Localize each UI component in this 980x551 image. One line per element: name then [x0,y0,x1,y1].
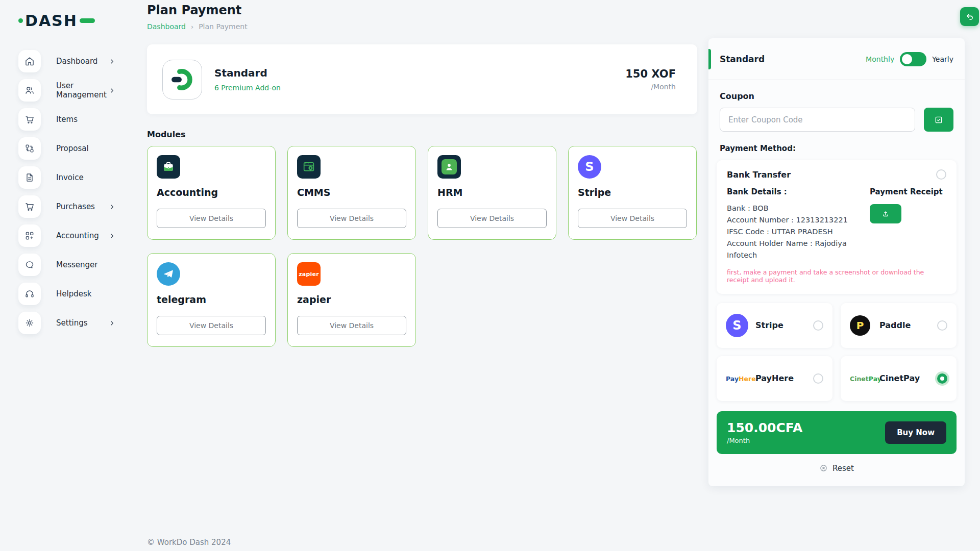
plan-price: 150 XOF [625,68,676,80]
accounting-logo [157,155,180,179]
sidebar-item-invoice[interactable]: Invoice [18,166,134,189]
payment-option-label: Paddle [879,320,911,330]
module-card-stripe: S Stripe View Details [568,146,697,240]
payment-option-label: Stripe [755,320,783,330]
cart-icon [24,114,35,124]
price-period: /Month [727,437,802,444]
coupon-input[interactable] [720,108,915,132]
checkbox-check-icon [934,115,943,124]
payment-option-payhere[interactable]: PayHere PayHere [717,356,832,401]
module-title: Stripe [578,187,687,198]
view-details-button[interactable]: View Details [578,209,687,228]
price-banner: 150.00CFA /Month Buy Now [717,411,957,454]
sidebar: DASH Dashboard User Management Items Pro… [0,0,134,551]
cinetpay-logo: CinetPay [850,373,872,383]
panel-header: Standard Monthly Yearly [708,38,965,80]
sidebar-item-helpdesk[interactable]: Helpdesk [18,283,134,305]
plan-logo-icon [162,60,202,99]
hrm-logo [437,155,461,179]
telegram-logo [157,262,180,286]
billing-toggle-group: Monthly Yearly [866,52,953,66]
module-title: HRM [437,187,547,198]
sidebar-item-user-management[interactable]: User Management [18,79,134,102]
sidebar-item-proposal[interactable]: Proposal [18,137,134,160]
footer-copyright: © WorkDo Dash 2024 [147,538,231,547]
plan-summary-card: Standard 6 Premium Add-on 150 XOF /Month [147,44,697,114]
app-logo: DASH [18,8,134,33]
sidebar-item-messenger[interactable]: Messenger [18,254,134,276]
coupon-section: Coupon [708,80,965,132]
sidebar-item-items[interactable]: Items [18,108,134,131]
coupon-label: Coupon [720,91,953,101]
view-details-button[interactable]: View Details [157,209,266,228]
view-details-button[interactable]: View Details [297,209,406,228]
chevron-right-icon [109,58,115,65]
main-content: Plan Payment Dashboard › Plan Payment St… [147,0,697,347]
sidebar-item-purchases[interactable]: Purchases [18,195,134,218]
grid-plus-icon [24,231,35,241]
headset-icon [24,289,35,299]
sidebar-nav: Dashboard User Management Items Proposal… [18,50,134,334]
payment-options-grid: S Stripe P Paddle PayHere PayHere CinetP… [717,303,957,401]
price-amount: 150.00CFA [727,420,802,435]
chevron-right-icon [109,204,115,210]
view-details-button[interactable]: View Details [157,316,266,335]
payment-option-radio[interactable] [813,373,823,384]
payment-method-label: Payment Method: [708,132,965,153]
payment-receipt-label: Payment Receipt [870,187,946,196]
view-details-button[interactable]: View Details [437,209,547,228]
billing-period-toggle[interactable] [900,52,926,66]
sidebar-item-settings[interactable]: Settings [18,312,134,334]
reset-control[interactable]: Reset [708,464,965,473]
bank-transfer-radio[interactable] [936,169,946,180]
module-card-accounting: Accounting View Details [147,146,276,240]
cmms-logo [297,155,321,179]
plan-name: Standard [214,67,281,79]
payment-option-radio[interactable] [937,320,947,331]
coupon-apply-button[interactable] [924,108,953,132]
payment-option-radio[interactable] [937,373,947,384]
modules-grid: Accounting View Details CMMS View Detail… [147,146,697,347]
sidebar-item-label: Invoice [56,173,84,182]
chat-icon [24,260,35,270]
undo-arrow-icon [965,12,975,22]
cart-icon [24,202,35,212]
gear-icon [24,318,35,328]
payment-option-paddle[interactable]: P Paddle [841,303,957,348]
sidebar-item-label: User Management [56,81,109,99]
reset-label: Reset [832,464,854,473]
bank-details-lines: Bank : BOB Account Number : 12313213221 … [727,203,870,261]
bank-line: Account Number : 12313213221 [727,214,870,226]
upload-receipt-button[interactable] [870,204,901,223]
bank-details-label: Bank Details : [727,187,870,196]
sidebar-item-label: Helpdesk [56,289,91,298]
sidebar-item-label: Messenger [56,260,97,269]
sidebar-item-accounting[interactable]: Accounting [18,224,134,247]
module-card-zapier: zapier zapier View Details [287,253,416,347]
bank-transfer-note: first, make a payment and take a screens… [727,268,946,284]
payment-option-cinetpay[interactable]: CinetPay CinetPay [841,356,957,401]
module-card-hrm: HRM View Details [428,146,556,240]
payment-option-radio[interactable] [813,320,823,331]
module-card-telegram: telegram View Details [147,253,276,347]
payment-option-stripe[interactable]: S Stripe [717,303,832,348]
chevron-right-icon [109,233,115,239]
module-title: Accounting [157,187,266,198]
module-title: CMMS [297,187,406,198]
module-title: zapier [297,294,406,305]
logo-text: DASH [25,12,78,30]
module-title: telegram [157,294,266,305]
module-card-cmms: CMMS View Details [287,146,416,240]
buy-now-button[interactable]: Buy Now [885,421,946,444]
bank-line: Bank : BOB [727,203,870,214]
view-details-button[interactable]: View Details [297,316,406,335]
breadcrumb-dashboard-link[interactable]: Dashboard [147,22,186,31]
logo-dash-bar [80,18,95,23]
circle-x-icon [819,464,828,472]
checkout-panel: Standard Monthly Yearly Coupon Payment M… [708,38,965,486]
sidebar-item-dashboard[interactable]: Dashboard [18,50,134,72]
bank-line: IFSC Code : UTTAR PRADESH [727,226,870,238]
payment-option-label: CinetPay [879,373,920,383]
document-icon [24,172,35,183]
back-button[interactable] [960,7,979,26]
